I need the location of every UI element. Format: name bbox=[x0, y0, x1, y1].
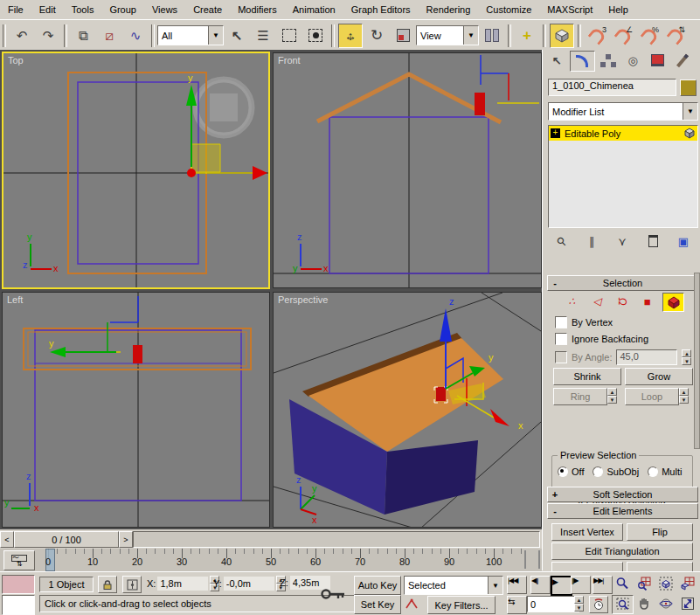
ring-button[interactable]: Ring bbox=[553, 388, 607, 405]
preview-subobj-option[interactable]: SubObj bbox=[593, 466, 639, 477]
maxscript-listener-pane[interactable] bbox=[2, 595, 35, 615]
ring-spinner[interactable]: ▲▼ bbox=[607, 388, 617, 404]
select-and-scale-button[interactable] bbox=[391, 24, 415, 48]
object-name-field[interactable]: 1_0100_Chimenea bbox=[548, 79, 676, 96]
y-coordinate-input[interactable] bbox=[224, 577, 274, 591]
edge-mode-button[interactable]: ◁ bbox=[587, 293, 607, 310]
select-and-link-button[interactable]: ⧉ bbox=[71, 24, 95, 48]
viewport-perspective-canvas[interactable]: z y x z y x bbox=[274, 293, 541, 527]
selection-lock-toggle[interactable] bbox=[98, 576, 117, 593]
stack-item-editable-poly[interactable]: + Editable Poly bbox=[549, 126, 697, 141]
unlink-selection-button[interactable]: ⧄ bbox=[97, 24, 121, 48]
keyboard-shortcut-override-toggle[interactable] bbox=[550, 24, 574, 48]
dropdown-arrow-icon[interactable]: ▼ bbox=[463, 26, 478, 45]
reference-coordinate-system-dropdown[interactable]: View ▼ bbox=[416, 25, 479, 45]
use-pivot-point-center-button[interactable] bbox=[480, 24, 504, 48]
time-slider-handle[interactable]: 0 / 100 bbox=[14, 531, 119, 548]
time-slider-track[interactable] bbox=[133, 531, 540, 548]
insert-vertex-button[interactable]: Insert Vertex bbox=[551, 523, 623, 541]
radio-multi[interactable] bbox=[648, 466, 658, 477]
shrink-button[interactable]: Shrink bbox=[553, 368, 621, 385]
absolute-offset-mode-toggle[interactable] bbox=[122, 576, 142, 593]
viewport-front-canvas[interactable]: z y x bbox=[274, 53, 541, 287]
menu-modifiers[interactable]: Modifiers bbox=[230, 2, 285, 17]
percent-snap-toggle-button[interactable]: % bbox=[637, 24, 662, 48]
key-mode-toggle[interactable]: ⇆ bbox=[507, 596, 527, 614]
viewcube-ghost[interactable] bbox=[196, 79, 252, 135]
viewport-front[interactable]: Front z y x bbox=[273, 52, 542, 288]
angle-snap-toggle-button[interactable]: ∠ bbox=[611, 24, 635, 48]
by-angle-spinner[interactable]: ▲▼ bbox=[682, 349, 691, 365]
current-frame-field[interactable] bbox=[527, 596, 579, 612]
flip-button[interactable]: Flip bbox=[627, 523, 693, 541]
select-by-name-button[interactable]: ☰ bbox=[251, 24, 275, 48]
go-to-start-button[interactable]: |◀◀ bbox=[507, 576, 527, 594]
modifier-list-dropdown[interactable]: Modifier List ▼ bbox=[548, 102, 698, 121]
loop-button[interactable]: Loop bbox=[625, 388, 679, 405]
grow-button[interactable]: Grow bbox=[625, 368, 693, 385]
viewport-left[interactable]: Left y bbox=[2, 292, 270, 528]
viewport-perspective[interactable]: Perspective bbox=[273, 292, 542, 528]
move-gizmo[interactable]: y bbox=[49, 296, 138, 357]
maxscript-listener-macro-pane[interactable] bbox=[2, 575, 35, 594]
time-slider-next-button[interactable]: > bbox=[119, 531, 133, 548]
rollout-soft-selection-header[interactable]: + Soft Selection bbox=[547, 487, 698, 502]
next-frame-button[interactable]: ||▶ bbox=[571, 576, 591, 594]
make-unique-button[interactable]: ⋎ bbox=[613, 232, 632, 250]
tab-hierarchy[interactable] bbox=[597, 51, 620, 70]
tab-motion[interactable]: ◎ bbox=[621, 51, 644, 70]
vertex-mode-button[interactable]: ∴ bbox=[562, 293, 582, 310]
by-angle-checkbox[interactable] bbox=[555, 351, 567, 363]
zoom-extents-button[interactable] bbox=[655, 575, 676, 592]
selection-set-animation-dropdown[interactable]: Selected ▼ bbox=[404, 576, 503, 595]
edit-triangulation-button[interactable]: Edit Triangulation bbox=[551, 542, 693, 560]
menu-create[interactable]: Create bbox=[185, 2, 230, 17]
preview-off-option[interactable]: Off bbox=[558, 466, 584, 477]
maximize-viewport-toggle[interactable] bbox=[677, 595, 697, 612]
modifier-stack[interactable]: + Editable Poly bbox=[548, 125, 698, 228]
auto-key-button[interactable]: Auto Key bbox=[354, 576, 401, 595]
show-end-result-button[interactable]: ∥ bbox=[582, 232, 601, 250]
border-mode-button[interactable]: Ω bbox=[613, 293, 633, 310]
time-configuration-button[interactable] bbox=[589, 596, 608, 613]
rollout-scrollbar[interactable] bbox=[694, 273, 700, 449]
pin-stack-button[interactable]: ⚲ bbox=[548, 228, 574, 254]
menu-maxscript[interactable]: MAXScript bbox=[539, 2, 600, 17]
select-and-rotate-button[interactable]: ↻ bbox=[364, 24, 389, 48]
track-bar-ruler[interactable]: 0 10 20 30 40 50 60 70 80 90 100 bbox=[38, 549, 524, 571]
pan-button[interactable] bbox=[634, 595, 654, 612]
set-key-button[interactable]: Set Key bbox=[354, 595, 401, 614]
element-mode-button[interactable] bbox=[662, 293, 684, 312]
select-and-manipulate-button[interactable]: + bbox=[515, 24, 539, 48]
viewport-left-canvas[interactable]: y z y x bbox=[3, 293, 269, 527]
ignore-backfacing-checkbox[interactable] bbox=[555, 333, 567, 345]
by-vertex-checkbox[interactable] bbox=[555, 316, 567, 328]
tab-utilities[interactable] bbox=[671, 51, 694, 70]
chimney[interactable] bbox=[436, 387, 446, 401]
tab-modify[interactable] bbox=[570, 51, 594, 72]
menu-animation[interactable]: Animation bbox=[285, 2, 343, 17]
default-in-out-tangents-button[interactable] bbox=[404, 596, 421, 612]
select-and-move-button[interactable]: ↔ ↕ bbox=[338, 24, 363, 48]
time-slider-prev-button[interactable]: < bbox=[0, 531, 14, 548]
rollout-edit-elements-header[interactable]: - Edit Elements bbox=[547, 503, 698, 519]
bind-to-spacewarp-button[interactable]: ∿ bbox=[123, 24, 148, 48]
menu-tools[interactable]: Tools bbox=[64, 2, 102, 17]
object-color-swatch[interactable] bbox=[680, 79, 697, 96]
menu-file[interactable]: File bbox=[0, 2, 31, 17]
menu-edit[interactable]: Edit bbox=[31, 2, 64, 17]
menu-graph-editors[interactable]: Graph Editors bbox=[343, 2, 419, 17]
window-crossing-toggle-button[interactable] bbox=[303, 24, 328, 48]
menu-views[interactable]: Views bbox=[144, 2, 185, 17]
configure-modifier-sets-button[interactable]: ▣ bbox=[674, 232, 693, 250]
radio-subobj[interactable] bbox=[593, 466, 603, 477]
expand-icon[interactable]: + bbox=[551, 128, 560, 138]
zoom-button[interactable] bbox=[612, 575, 632, 592]
by-angle-field[interactable]: 45,0 bbox=[616, 349, 677, 365]
undo-button[interactable]: ↶ bbox=[10, 24, 34, 48]
select-object-button[interactable]: ↖ bbox=[225, 24, 249, 48]
x-coordinate-input[interactable] bbox=[157, 577, 208, 591]
zoom-region-button[interactable] bbox=[612, 595, 634, 614]
menu-help[interactable]: Help bbox=[600, 2, 636, 17]
move-gizmo[interactable] bbox=[481, 55, 539, 103]
